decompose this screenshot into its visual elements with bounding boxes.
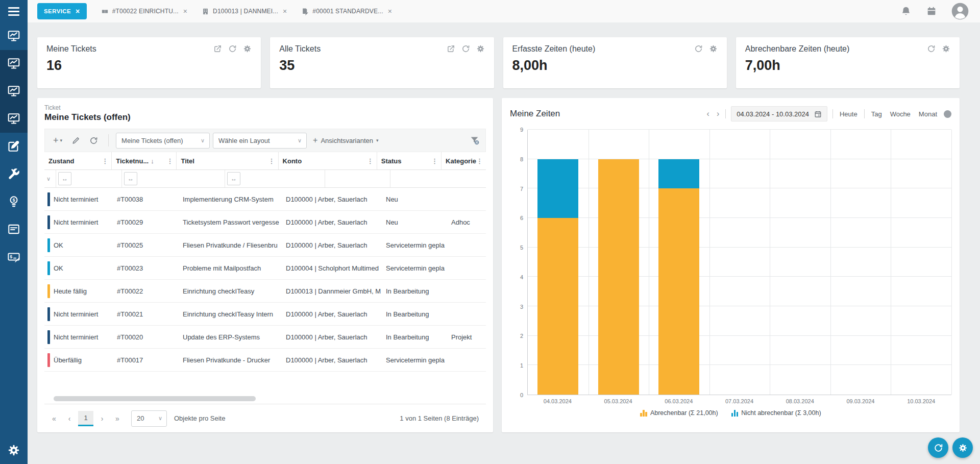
filter-input-3[interactable] [240, 172, 323, 185]
column-header-ticketnu[interactable]: Ticketnu...↓⋮ [112, 152, 177, 169]
column-menu-icon[interactable]: ⋮ [476, 157, 483, 165]
refresh-button[interactable] [86, 134, 101, 147]
view-variants-button[interactable]: + Ansichtsvarianten ▾ [313, 136, 379, 145]
refresh-fab-button[interactable] [928, 437, 948, 458]
table-row[interactable]: Nicht terminiert#T00021Einrichtung check… [44, 303, 486, 326]
close-icon[interactable]: × [76, 8, 80, 15]
column-header-label: Ticketnu... [116, 157, 149, 165]
x-tick-label: 10.03.2024 [891, 398, 951, 404]
column-resize-icon[interactable]: ↔ [124, 172, 137, 185]
cell-titel: Einrichtung checkITeasy [179, 287, 282, 295]
add-ticket-button[interactable]: + ▾ [50, 133, 65, 148]
current-page-button[interactable]: 1 [78, 411, 93, 426]
filter-input-4[interactable] [327, 172, 388, 185]
tab-service[interactable]: SERVICE × [37, 3, 87, 19]
column-header-konto[interactable]: Konto⋮ [279, 152, 377, 169]
first-page-button[interactable]: « [47, 411, 61, 426]
table-row[interactable]: OK#T00025Fliesen Privatkunde / Fliesenbr… [44, 234, 486, 257]
menu-toggle-button[interactable] [0, 0, 28, 22]
column-resize-icon[interactable]: ↔ [227, 172, 240, 185]
column-menu-icon[interactable]: ⋮ [268, 157, 275, 165]
column-header-zustand[interactable]: Zustand⋮ [44, 152, 112, 169]
layout-select[interactable]: Wähle ein Layout ∨ [213, 133, 307, 149]
refresh-icon[interactable] [461, 44, 470, 53]
column-menu-icon[interactable]: ⋮ [102, 157, 108, 165]
cell-titel: Update des ERP-Systems [179, 333, 282, 341]
filter-dropdown-chevron-icon[interactable]: ∨ [46, 176, 54, 182]
column-header-kategorie[interactable]: Kategorie⋮ [442, 152, 486, 169]
filter-cell-1: ↔ [56, 170, 122, 187]
notifications-button[interactable] [900, 6, 912, 17]
sidebar-settings-button[interactable] [0, 436, 28, 464]
sidebar-item-dashboard-1[interactable] [0, 22, 28, 50]
refresh-icon[interactable] [927, 44, 936, 53]
sidebar-item-dashboard-3[interactable] [0, 78, 28, 105]
user-menu-button[interactable] [951, 3, 969, 20]
sidebar-item-tools[interactable] [0, 160, 28, 188]
page-title: Meine Tickets (offen) [44, 112, 486, 123]
close-icon[interactable]: × [183, 8, 187, 15]
column-menu-icon[interactable]: ⋮ [166, 157, 173, 165]
tab-account-d100013[interactable]: D100013 | DANNMEI... × [202, 3, 287, 19]
filter-input-1[interactable] [71, 172, 119, 185]
gridline [951, 130, 952, 395]
settings-fab-button[interactable] [952, 437, 973, 458]
view-select[interactable]: Meine Tickets (offen) ∨ [116, 133, 210, 149]
sidebar-item-edit[interactable] [0, 133, 28, 160]
next-page-button[interactable]: › [95, 411, 109, 426]
table-row[interactable]: Heute fällig#T00022Einrichtung checkITea… [44, 280, 486, 303]
refresh-icon[interactable] [694, 44, 703, 53]
view-heute-button[interactable]: Heute [838, 110, 859, 118]
refresh-icon[interactable] [228, 44, 237, 53]
column-header-status[interactable]: Status⋮ [377, 152, 442, 169]
gear-icon[interactable] [243, 44, 252, 53]
date-range-picker[interactable]: 04.03.2024 - 10.03.2024 [731, 106, 827, 121]
edit-button[interactable] [68, 134, 83, 147]
sidebar-item-billing[interactable] [0, 215, 28, 243]
close-icon[interactable]: × [388, 8, 392, 15]
table-row[interactable]: Nicht terminiert#T00020Update des ERP-Sy… [44, 326, 486, 349]
tab-document-00001[interactable]: #00001 STANDARDVE... × [301, 3, 392, 19]
view-monat-button[interactable]: Monat [917, 110, 939, 118]
column-header-titel[interactable]: Titel⋮ [177, 152, 278, 169]
external-link-icon[interactable] [447, 44, 455, 53]
gear-icon[interactable] [476, 44, 485, 53]
sidebar-item-opportunities[interactable]: $ [0, 188, 28, 215]
legend-item[interactable]: Abrechenbar (Σ 21,00h) [640, 409, 718, 417]
y-tick-label: 5 [520, 245, 523, 251]
stat-card-title: Meine Tickets [46, 44, 96, 54]
filter-cell-3: ↔ [225, 170, 325, 187]
view-tag-button[interactable]: Tag [870, 110, 884, 118]
close-icon[interactable]: × [283, 8, 287, 15]
sidebar-item-invoices[interactable]: $ [0, 243, 28, 271]
filter-input-2[interactable] [137, 172, 223, 185]
table-row[interactable]: Überfällig#T00017Fliesen Privatkunde - D… [44, 349, 486, 372]
view-woche-button[interactable]: Woche [889, 110, 912, 118]
tab-ticket-t00022[interactable]: #T00022 EINRICHTU... × [101, 3, 187, 19]
external-link-icon[interactable] [213, 44, 222, 53]
tools-icon [7, 167, 20, 181]
gear-icon[interactable] [709, 44, 718, 53]
y-tick-label: 1 [520, 362, 523, 369]
gear-icon[interactable] [942, 44, 950, 53]
page-size-select[interactable]: 20 ∨ [131, 410, 167, 427]
table-row[interactable]: OK#T00023Probleme mit MailpostfachD10000… [44, 257, 486, 280]
scrollbar-thumb[interactable] [54, 396, 256, 401]
filter-input-5[interactable] [393, 172, 487, 185]
table-row[interactable]: Nicht terminiert#T00038Implementierung C… [44, 188, 486, 211]
column-menu-icon[interactable]: ⋮ [431, 157, 438, 165]
last-page-button[interactable]: » [111, 411, 124, 426]
legend-item[interactable]: Nicht abrechenbar (Σ 3,00h) [731, 409, 821, 417]
prev-period-button[interactable]: ‹ [706, 109, 710, 118]
column-resize-icon[interactable]: ↔ [58, 172, 71, 185]
sidebar-item-dashboard-2[interactable] [0, 50, 28, 78]
chart-options-toggle[interactable] [944, 110, 951, 118]
table-row[interactable]: Nicht terminiert#T00029Ticketsystem Pass… [44, 211, 486, 234]
sidebar-item-dashboard-4[interactable] [0, 105, 28, 133]
clear-filter-button[interactable] [469, 135, 480, 146]
prev-page-button[interactable]: ‹ [63, 411, 76, 426]
cell-status: In Bearbeitung [382, 310, 447, 318]
calendar-button[interactable] [926, 6, 937, 17]
next-period-button[interactable]: › [716, 109, 720, 118]
column-menu-icon[interactable]: ⋮ [367, 157, 374, 165]
